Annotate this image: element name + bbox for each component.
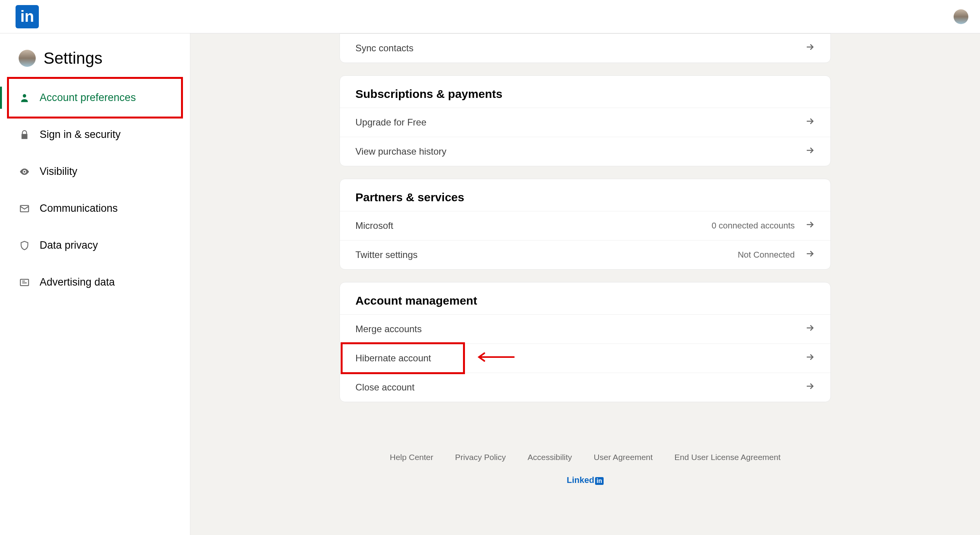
profile-avatar-button[interactable] — [954, 9, 968, 24]
row-label: Upgrade for Free — [355, 117, 426, 128]
svg-point-0 — [23, 94, 26, 98]
annotation-arrow — [472, 352, 515, 364]
page-body: Settings Account preferences Sign in & s… — [0, 33, 980, 535]
sidebar-item-sign-in-security[interactable]: Sign in & security — [0, 116, 190, 153]
arrow-right-icon — [806, 382, 815, 393]
footer-links: Help Center Privacy Policy Accessibility… — [339, 453, 831, 462]
row-view-purchase-history[interactable]: View purchase history — [340, 137, 830, 166]
sidebar-item-account-preferences[interactable]: Account preferences — [0, 79, 190, 116]
sidebar-item-label: Visibility — [40, 166, 77, 178]
lock-icon — [19, 129, 30, 141]
row-upgrade-for-free[interactable]: Upgrade for Free — [340, 108, 830, 137]
row-label: Close account — [355, 382, 414, 393]
footer-link-eula[interactable]: End User License Agreement — [674, 453, 780, 462]
sidebar-item-label: Sign in & security — [40, 129, 121, 141]
linkedin-in-badge: in — [595, 477, 604, 485]
row-hibernate-account[interactable]: Hibernate account — [340, 343, 830, 373]
sidebar-item-label: Data privacy — [40, 239, 98, 251]
row-label: View purchase history — [355, 146, 446, 157]
arrow-right-icon — [806, 249, 815, 261]
mail-icon — [19, 203, 30, 214]
row-label: Microsoft — [355, 220, 393, 231]
row-status: 0 connected accounts — [712, 221, 795, 231]
linkedin-logo-text: in — [20, 8, 34, 25]
row-twitter-settings[interactable]: Twitter settings Not Connected — [340, 240, 830, 269]
arrow-right-icon — [806, 146, 815, 157]
row-status: Not Connected — [738, 250, 795, 260]
arrow-right-icon — [806, 42, 815, 54]
sidebar-item-communications[interactable]: Communications — [0, 190, 190, 227]
settings-header: Settings — [0, 49, 190, 79]
arrow-right-icon — [806, 323, 815, 335]
sidebar-item-label: Advertising data — [40, 276, 115, 288]
card-title: Partners & services — [340, 179, 830, 211]
card-partial-top: Sync contacts — [339, 33, 831, 63]
newspaper-icon — [19, 277, 30, 288]
card-title: Subscriptions & payments — [340, 76, 830, 108]
sidebar-item-visibility[interactable]: Visibility — [0, 153, 190, 190]
row-label: Sync contacts — [355, 43, 413, 54]
sidebar-item-advertising-data[interactable]: Advertising data — [0, 264, 190, 301]
settings-sidebar: Settings Account preferences Sign in & s… — [0, 33, 190, 535]
card-title: Account management — [340, 282, 830, 314]
row-sync-contacts[interactable]: Sync contacts — [340, 34, 830, 63]
row-label: Hibernate account — [355, 353, 431, 364]
linkedin-logo[interactable]: in — [16, 5, 39, 28]
row-microsoft[interactable]: Microsoft 0 connected accounts — [340, 211, 830, 240]
page-footer: Help Center Privacy Policy Accessibility… — [339, 453, 831, 485]
card-subscriptions: Subscriptions & payments Upgrade for Fre… — [339, 75, 831, 166]
sidebar-item-data-privacy[interactable]: Data privacy — [0, 227, 190, 264]
footer-link-accessibility[interactable]: Accessibility — [527, 453, 572, 462]
footer-link-privacy-policy[interactable]: Privacy Policy — [455, 453, 506, 462]
row-merge-accounts[interactable]: Merge accounts — [340, 314, 830, 343]
shield-icon — [19, 240, 30, 251]
footer-link-help-center[interactable]: Help Center — [390, 453, 433, 462]
card-account-management: Account management Merge accounts Hibern… — [339, 282, 831, 402]
footer-brand-text: Linked — [567, 475, 594, 485]
arrow-right-icon — [806, 352, 815, 364]
card-partners: Partners & services Microsoft 0 connecte… — [339, 179, 831, 270]
user-icon — [19, 92, 30, 104]
arrow-right-icon — [806, 220, 815, 232]
sidebar-item-label: Communications — [40, 202, 118, 214]
eye-icon — [19, 166, 30, 178]
settings-avatar[interactable] — [19, 50, 36, 67]
row-label: Twitter settings — [355, 249, 418, 260]
footer-link-user-agreement[interactable]: User Agreement — [594, 453, 653, 462]
sidebar-item-label: Account preferences — [40, 92, 136, 104]
main-content: Sync contacts Subscriptions & payments U… — [190, 33, 980, 535]
footer-brand[interactable]: Linkedin — [339, 475, 831, 485]
row-label: Merge accounts — [355, 324, 422, 335]
page-title: Settings — [44, 49, 103, 68]
top-header: in — [0, 0, 980, 33]
row-close-account[interactable]: Close account — [340, 373, 830, 402]
arrow-right-icon — [806, 117, 815, 128]
